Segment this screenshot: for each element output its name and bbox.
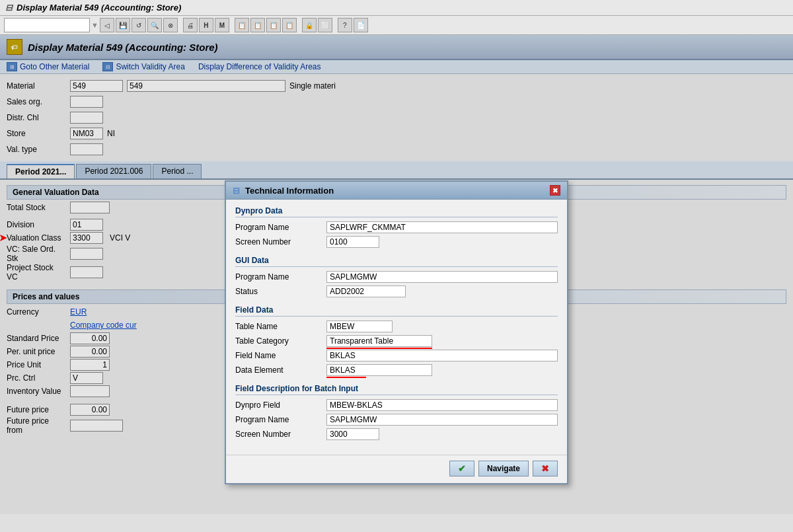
gui-status-field[interactable] [326, 285, 406, 297]
dynpro-program-row: Program Name [235, 221, 558, 233]
back-btn[interactable]: ◁ [100, 18, 114, 32]
navigate-label: Navigate [487, 464, 520, 473]
field-data-element-field[interactable] [326, 364, 432, 376]
field-data-section-title: Field Data [235, 305, 558, 317]
check-icon: ✔ [458, 463, 466, 474]
title-bar: ⊟ Display Material 549 (Accounting: Stor… [0, 0, 793, 16]
print-btn[interactable]: 🖨 [183, 18, 198, 32]
lock-btn[interactable]: 🔒 [302, 18, 317, 32]
batch-dynpro-field[interactable] [326, 399, 558, 411]
gui-program-field[interactable] [326, 271, 558, 283]
dynpro-screen-row: Screen Number [235, 236, 558, 248]
batch-dynpro-row: Dynpro Field [235, 399, 558, 411]
dialog-title-icon: ⊟ [233, 186, 240, 196]
copy-btn1[interactable]: 📋 [235, 18, 249, 32]
doc-btn[interactable]: 📄 [354, 18, 368, 32]
field-category-label: Table Category [235, 336, 321, 346]
copy-btn3[interactable]: 📋 [266, 18, 281, 32]
dynpro-section: Dynpro Data Program Name Screen Number [235, 206, 558, 248]
technical-info-dialog: ⊟ Technical Information ✖ Dynpro Data Pr… [225, 180, 568, 484]
copy-btn4[interactable]: 📋 [282, 18, 297, 32]
dynpro-program-label: Program Name [235, 223, 321, 232]
copy-btn2[interactable]: 📋 [250, 18, 265, 32]
expand-btn[interactable]: ⬜ [318, 18, 332, 32]
dynpro-section-title: Dynpro Data [235, 206, 558, 217]
gui-section-title: GUI Data [235, 256, 558, 267]
field-name-label: Field Name [235, 351, 321, 360]
m-btn[interactable]: M [215, 18, 229, 32]
dynpro-program-field[interactable] [326, 221, 558, 233]
window-title: Display Material 549 (Accounting: Store) [17, 3, 181, 13]
batch-screen-row: Screen Number [235, 428, 558, 440]
command-input[interactable] [4, 18, 90, 32]
h-btn[interactable]: H [199, 18, 213, 32]
gui-status-row: Status [235, 285, 558, 297]
dialog-title-bar: ⊟ Technical Information ✖ [226, 182, 567, 200]
field-category-row: Table Category [235, 335, 558, 347]
gui-section: GUI Data Program Name Status [235, 256, 558, 297]
dialog-check-btn[interactable]: ✔ [449, 461, 474, 476]
field-table-row: Table Name [235, 321, 558, 332]
dialog-x-btn[interactable]: ✖ [533, 461, 558, 476]
title-icon: ⊟ [5, 3, 13, 13]
dialog-close-btn[interactable]: ✖ [550, 185, 560, 196]
field-name-field[interactable] [326, 350, 558, 361]
refresh-btn[interactable]: ↺ [132, 18, 146, 32]
batch-program-label: Program Name [235, 415, 321, 424]
main-content: 🏷 Display Material 549 (Accounting: Stor… [0, 35, 793, 514]
dialog-footer: ✔ Navigate ✖ [226, 455, 567, 483]
find-btn[interactable]: 🔍 [147, 18, 162, 32]
batch-screen-field[interactable] [326, 428, 379, 440]
help-btn[interactable]: ? [338, 18, 352, 32]
field-category-field[interactable] [326, 335, 432, 347]
dialog-title-text: Technical Information [245, 186, 334, 196]
gui-status-label: Status [235, 287, 321, 296]
gui-program-label: Program Name [235, 272, 321, 282]
field-data-section: Field Data Table Name Table Category Fie… [235, 305, 558, 376]
batch-screen-label: Screen Number [235, 430, 321, 439]
cancel-btn[interactable]: ⊗ [163, 18, 178, 32]
dialog-body: Dynpro Data Program Name Screen Number G… [226, 200, 567, 455]
field-data-element-label: Data Element [235, 365, 321, 375]
gui-program-row: Program Name [235, 271, 558, 283]
field-data-element-row: Data Element [235, 364, 558, 376]
batch-program-field[interactable] [326, 414, 558, 426]
dynpro-screen-field[interactable] [326, 236, 379, 248]
field-table-label: Table Name [235, 322, 321, 331]
batch-program-row: Program Name [235, 414, 558, 426]
batch-dynpro-label: Dynpro Field [235, 400, 321, 410]
dynpro-screen-label: Screen Number [235, 237, 321, 247]
batch-section: Field Description for Batch Input Dynpro… [235, 384, 558, 440]
field-table-field[interactable] [326, 321, 393, 332]
save-btn[interactable]: 💾 [116, 18, 130, 32]
dialog-navigate-btn[interactable]: Navigate [478, 461, 529, 476]
x-icon: ✖ [541, 463, 549, 474]
toolbar: ▼ ◁ 💾 ↺ 🔍 ⊗ 🖨 H M 📋 📋 📋 📋 🔒 ⬜ ? 📄 [0, 16, 793, 35]
field-name-row: Field Name [235, 350, 558, 361]
batch-section-title: Field Description for Batch Input [235, 384, 558, 395]
